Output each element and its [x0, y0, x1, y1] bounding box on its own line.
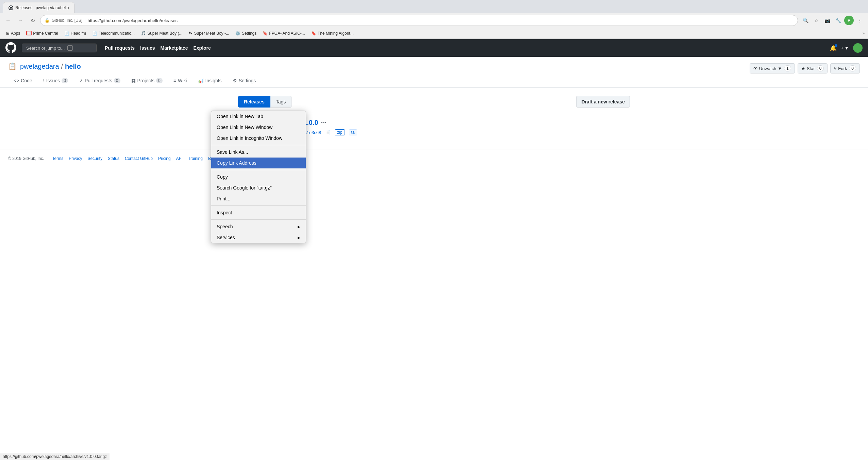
context-menu: Open Link in New Tab Open Link in New Wi…	[211, 111, 306, 168]
context-separator-1	[211, 145, 306, 145]
save-link-label: Save Link As...	[217, 149, 248, 155]
context-open-new-tab[interactable]: Open Link in New Tab	[211, 111, 306, 122]
context-open-incognito[interactable]: Open Link in Incognito Window	[211, 133, 306, 144]
context-save-link[interactable]: Save Link As...	[211, 147, 306, 158]
open-incognito-label: Open Link in Incognito Window	[217, 135, 282, 141]
open-new-tab-label: Open Link in New Tab	[217, 114, 263, 119]
context-menu-overlay[interactable]: Open Link in New Tab Open Link in New Wi…	[0, 0, 868, 168]
open-new-window-label: Open Link in New Window	[217, 125, 272, 130]
copy-link-label: Copy Link Address	[217, 160, 256, 166]
context-copy-link[interactable]: Copy Link Address	[211, 158, 306, 168]
context-open-new-window[interactable]: Open Link in New Window	[211, 122, 306, 133]
